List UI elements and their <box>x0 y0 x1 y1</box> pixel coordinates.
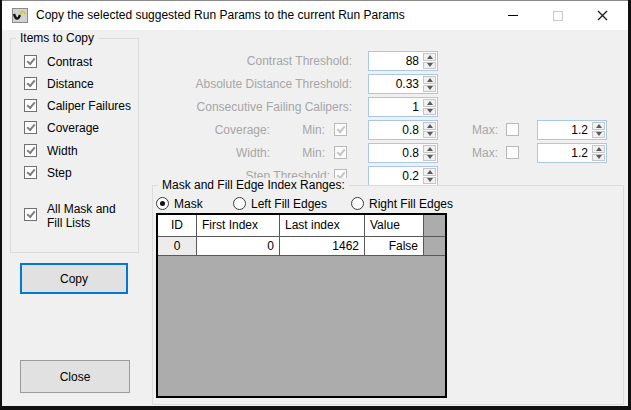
spin-up-icon[interactable] <box>592 122 605 130</box>
window-title: Copy the selected suggested Run Params t… <box>36 1 405 30</box>
contrast-threshold-label: Contrast Threshold: <box>150 51 352 71</box>
table-row-filler <box>424 237 445 256</box>
spin-up-icon[interactable] <box>423 122 436 130</box>
copy-button[interactable]: Copy <box>20 263 128 294</box>
spin-up-icon[interactable] <box>423 76 436 84</box>
column-header-id[interactable]: ID <box>158 215 197 237</box>
width-min-value[interactable]: 0.8 <box>369 144 422 162</box>
spin-down-icon[interactable] <box>423 108 436 116</box>
cell-first-index[interactable]: 0 <box>197 237 280 256</box>
width-max-checkbox[interactable] <box>506 146 519 159</box>
absolute-distance-threshold-value[interactable]: 0.33 <box>369 75 422 93</box>
mask-fill-legend: Mask and Fill Edge Index Ranges: <box>158 178 349 192</box>
window-border-left <box>0 0 2 410</box>
cell-last-index[interactable]: 1462 <box>280 237 365 256</box>
cell-id[interactable]: 0 <box>158 237 197 256</box>
spin-up-icon[interactable] <box>423 99 436 107</box>
spin-up-icon[interactable] <box>592 145 605 153</box>
checkbox-coverage-label: Coverage <box>47 121 99 135</box>
checkbox-width-label: Width <box>47 144 78 158</box>
maximize-icon <box>553 11 563 21</box>
width-min-checkbox[interactable] <box>334 146 347 159</box>
coverage-min-label: Min: <box>285 120 325 140</box>
checkbox-distance-label: Distance <box>47 77 94 91</box>
close-window-button[interactable] <box>580 1 625 30</box>
spin-down-icon[interactable] <box>423 85 436 93</box>
checkbox-width[interactable] <box>24 144 37 157</box>
absolute-distance-threshold-label: Absolute Distance Threshold: <box>150 74 352 94</box>
coverage-min-checkbox[interactable] <box>334 123 347 136</box>
close-icon <box>597 10 608 21</box>
coverage-label: Coverage: <box>150 120 270 140</box>
contrast-threshold-value[interactable]: 88 <box>369 52 422 70</box>
close-button-label: Close <box>60 370 91 384</box>
coverage-max-checkbox[interactable] <box>506 123 519 136</box>
checkbox-step-label: Step <box>47 166 72 180</box>
radio-right-fill-edges-label: Right Fill Edges <box>369 197 453 211</box>
dialog-window: Copy the selected suggested Run Params t… <box>0 0 631 410</box>
close-button[interactable]: Close <box>20 360 130 393</box>
step-threshold-spinner[interactable]: 0.2 <box>368 166 438 186</box>
spin-up-icon[interactable] <box>423 145 436 153</box>
coverage-max-label: Max: <box>455 120 498 140</box>
spin-down-icon[interactable] <box>423 154 436 162</box>
minimize-icon <box>508 15 518 16</box>
column-header-last-index[interactable]: Last index <box>280 215 365 237</box>
checkbox-distance[interactable] <box>24 77 37 90</box>
checkbox-contrast-label: Contrast <box>47 55 92 69</box>
absolute-distance-threshold-spinner[interactable]: 0.33 <box>368 74 438 94</box>
width-min-label: Min: <box>285 143 325 163</box>
spin-down-icon[interactable] <box>423 177 436 185</box>
step-threshold-value[interactable]: 0.2 <box>369 167 422 185</box>
coverage-max-value[interactable]: 1.2 <box>538 121 591 139</box>
contrast-threshold-spinner[interactable]: 88 <box>368 51 438 71</box>
width-max-spinner[interactable]: 1.2 <box>537 143 607 163</box>
spin-down-icon[interactable] <box>592 131 605 139</box>
spin-up-icon[interactable] <box>423 168 436 176</box>
checkbox-all-mask-fill-label: All Mask and Fill Lists <box>47 202 127 230</box>
spin-down-icon[interactable] <box>423 62 436 70</box>
radio-left-fill-edges-label: Left Fill Edges <box>251 197 327 211</box>
table-header-row: ID First Index Last index Value <box>158 215 445 237</box>
coverage-min-value[interactable]: 0.8 <box>369 121 422 139</box>
checkbox-contrast[interactable] <box>24 55 37 68</box>
radio-left-fill-edges[interactable] <box>233 197 246 210</box>
checkbox-coverage[interactable] <box>24 121 37 134</box>
items-to-copy-legend: Items to Copy <box>16 31 98 45</box>
radio-mask[interactable] <box>156 197 169 210</box>
index-ranges-table[interactable]: ID First Index Last index Value 0 0 1462… <box>156 213 447 398</box>
maximize-button[interactable] <box>535 1 580 30</box>
consecutive-failing-calipers-spinner[interactable]: 1 <box>368 97 438 117</box>
width-label: Width: <box>150 143 270 163</box>
checkbox-caliper-failures[interactable] <box>24 99 37 112</box>
radio-mask-label: Mask <box>174 197 203 211</box>
window-border-bottom <box>0 406 631 410</box>
width-max-label: Max: <box>455 143 498 163</box>
width-min-spinner[interactable]: 0.8 <box>368 143 438 163</box>
spin-down-icon[interactable] <box>592 154 605 162</box>
table-row[interactable]: 0 0 1462 False <box>158 237 445 256</box>
coverage-max-spinner[interactable]: 1.2 <box>537 120 607 140</box>
cell-value[interactable]: False <box>365 237 424 256</box>
waveform-icon <box>12 7 29 24</box>
checkbox-all-mask-fill[interactable] <box>24 208 37 221</box>
coverage-min-spinner[interactable]: 0.8 <box>368 120 438 140</box>
spin-up-icon[interactable] <box>423 53 436 61</box>
radio-right-fill-edges[interactable] <box>351 197 364 210</box>
column-header-first-index[interactable]: First Index <box>197 215 280 237</box>
spin-down-icon[interactable] <box>423 131 436 139</box>
consecutive-failing-calipers-label: Consecutive Failing Calipers: <box>150 97 352 117</box>
copy-button-label: Copy <box>60 272 88 286</box>
table-header-filler <box>424 215 445 237</box>
width-max-value[interactable]: 1.2 <box>538 144 591 162</box>
checkbox-step[interactable] <box>24 166 37 179</box>
titlebar[interactable]: Copy the selected suggested Run Params t… <box>2 1 628 30</box>
column-header-value[interactable]: Value <box>365 215 424 237</box>
checkbox-caliper-failures-label: Caliper Failures <box>47 99 131 113</box>
consecutive-failing-calipers-value[interactable]: 1 <box>369 98 422 116</box>
minimize-button[interactable] <box>490 1 535 30</box>
